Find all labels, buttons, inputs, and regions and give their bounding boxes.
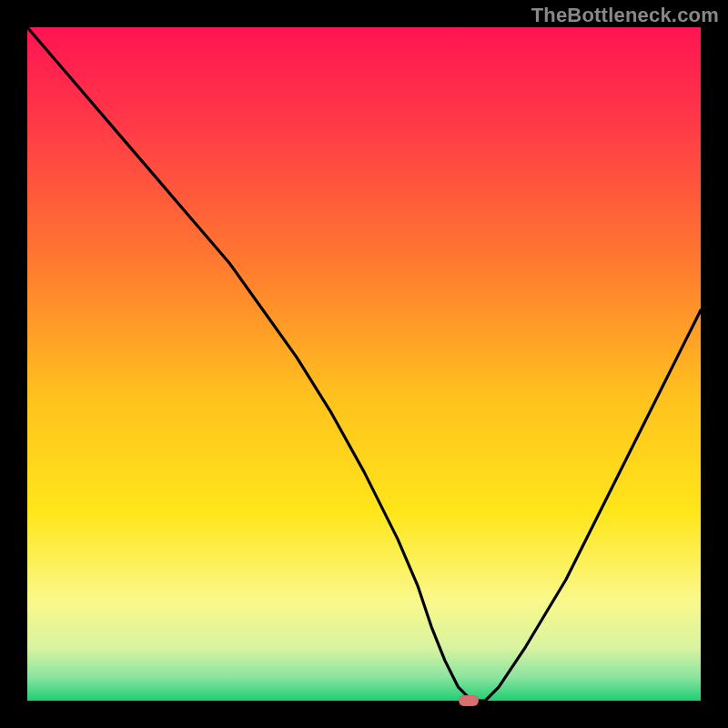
watermark-text: TheBottleneck.com (531, 4, 719, 27)
bottleneck-curve-path (27, 27, 701, 701)
chart-frame: TheBottleneck.com (0, 0, 728, 728)
plot-area (27, 27, 701, 701)
curve-svg (27, 27, 701, 701)
minimum-marker (459, 695, 479, 706)
